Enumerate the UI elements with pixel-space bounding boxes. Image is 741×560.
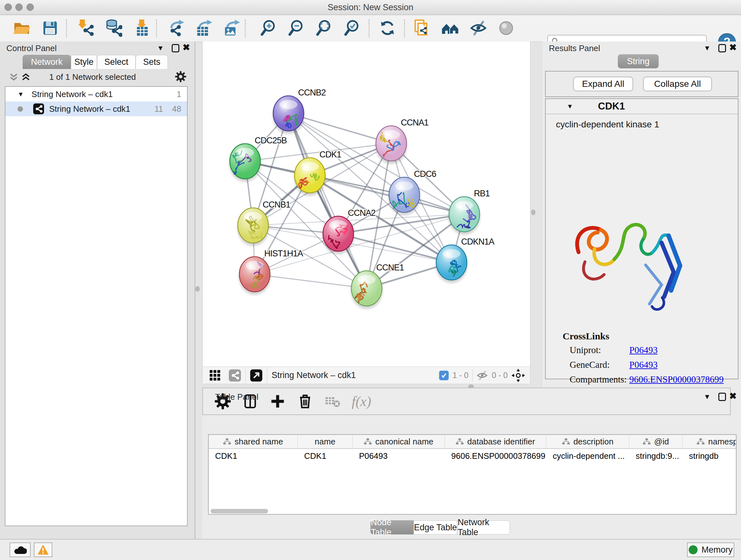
network-node-CCNA1[interactable]: CCNA1 [376, 118, 428, 164]
network-node-CDKN1A[interactable]: CDKN1A [436, 237, 495, 283]
control-panel-menu-icon[interactable]: ▼ [157, 44, 164, 52]
hidden-eye-slash-icon[interactable] [476, 370, 488, 381]
network-node-CCNB1[interactable]: CCNB1 [238, 200, 290, 246]
import-table-button[interactable] [132, 18, 151, 38]
pan-crosshair-icon[interactable] [512, 369, 525, 382]
crosslink-value-link[interactable]: P06493 [629, 345, 658, 355]
tab-sets[interactable]: Sets [136, 55, 168, 69]
column-header-description[interactable]: description [546, 435, 629, 448]
string-home-button[interactable] [441, 18, 460, 38]
network-edge-CCNB2-CCNA1[interactable] [288, 113, 391, 143]
main-toolbar: ? [0, 15, 741, 42]
collection-count: 1 [177, 89, 181, 99]
net-toolbar-separator [246, 367, 246, 384]
memory-button[interactable]: Memory [687, 543, 734, 557]
expand-all-icon[interactable] [21, 72, 30, 82]
cell-shared-name[interactable]: CDK1 [209, 451, 298, 461]
cell-description[interactable]: cyclin-dependent ... [546, 451, 629, 461]
open-session-button[interactable] [12, 18, 31, 38]
network-node-CCNB2[interactable]: CCNB2 [273, 88, 326, 133]
control-panel-float-icon[interactable] [172, 44, 179, 52]
current-network-name: String Network – cdk1 [272, 370, 356, 380]
cell-database-identifier[interactable]: 9606.ENSP00000378699 [445, 451, 546, 461]
left-splitter-handle[interactable] [195, 286, 200, 292]
tab-string-results[interactable]: String [618, 54, 659, 68]
network-collection-row[interactable]: ▼ String Network – cdk1 1 [5, 87, 187, 102]
export-table-button[interactable] [193, 18, 213, 38]
tab-style[interactable]: Style [71, 55, 97, 69]
expand-all-button[interactable]: Expand All [573, 77, 633, 91]
table-panel-close-icon[interactable]: ✖ [729, 392, 737, 400]
network-options-gear-icon[interactable] [175, 71, 186, 82]
zoom-fit-button[interactable] [314, 18, 333, 38]
tab-node-table[interactable]: Node Table [370, 520, 414, 535]
zoom-out-button[interactable] [286, 18, 306, 38]
open-in-browser-icon[interactable] [250, 369, 262, 381]
cell-name[interactable]: CDK1 [298, 451, 353, 461]
column-header-canonical-name[interactable]: canonical name [353, 435, 445, 448]
column-header-name[interactable]: name [298, 435, 353, 448]
tab-edge-table[interactable]: Edge Table [414, 520, 457, 535]
tab-select[interactable]: Select [97, 55, 136, 69]
zoom-in-button[interactable] [258, 18, 278, 38]
column-header-shared-name[interactable]: shared name [209, 435, 298, 448]
houses-icon [441, 19, 459, 37]
network-node-CCNE1[interactable]: CCNE1 [351, 263, 404, 308]
network-node-HIST1H1A[interactable]: HIST1H1A [239, 249, 303, 294]
table-toolbar: f(x) [202, 388, 731, 415]
collapse-all-button[interactable]: Collapse All [643, 77, 712, 91]
cell-canonical-name[interactable]: P06493 [353, 451, 445, 461]
network-node-CDC6[interactable]: CDC6 [389, 169, 436, 215]
delete-column-icon[interactable] [297, 393, 313, 410]
tree-caret-icon[interactable]: ▼ [17, 91, 24, 98]
crosslinks-heading: CrossLinks [562, 331, 609, 341]
export-network-button[interactable] [166, 18, 186, 38]
create-column-icon[interactable] [269, 393, 286, 410]
save-session-button[interactable] [40, 18, 60, 38]
tab-network-table[interactable]: Network Table [457, 520, 510, 535]
column-header-namespace[interactable]: namespace [683, 435, 737, 448]
column-header--id[interactable]: @id [629, 435, 683, 448]
show-glass-button[interactable] [496, 18, 516, 38]
table-horizontal-scrollbar[interactable] [211, 509, 268, 513]
gene-collapse-icon[interactable]: ▼ [567, 103, 573, 110]
column-header-database-identifier[interactable]: database identifier [445, 435, 546, 448]
results-panel-menu-icon[interactable]: ▼ [704, 44, 711, 52]
zoom-selected-button[interactable] [342, 18, 361, 38]
network-row-selected[interactable]: String Network – cdk1 11 48 [5, 102, 187, 116]
network-node-RB1[interactable]: RB1 [449, 189, 490, 234]
warning-button[interactable] [34, 543, 52, 557]
cloud-button[interactable] [10, 543, 30, 557]
import-network-button[interactable] [76, 18, 96, 38]
collapse-all-icon[interactable] [9, 72, 18, 82]
selected-node-edge-counts: 1 - 0 [453, 371, 468, 380]
node-table[interactable]: shared namenamecanonical namedatabase id… [208, 434, 737, 515]
selected-checkbox-icon[interactable] [439, 371, 449, 380]
birdseye-grid-icon[interactable] [209, 369, 221, 381]
import-network-from-database-button[interactable] [104, 18, 123, 38]
crosslink-value-link[interactable]: P06493 [629, 360, 658, 370]
apply-layout-button[interactable] [378, 18, 397, 38]
cell--id[interactable]: stringdb:9... [629, 451, 683, 461]
table-panel-menu-icon[interactable]: ▼ [704, 393, 711, 401]
table-data-row[interactable]: CDK1CDK1P064939606.ENSP00000378699cyclin… [209, 449, 736, 463]
results-panel-close-icon[interactable]: ✖ [729, 44, 737, 52]
control-panel-close-icon[interactable]: ✖ [183, 44, 190, 52]
crosslink-value-link[interactable]: 9606.ENSP00000378699 [629, 374, 724, 385]
network-edge-CCNE1-HIST1H1A[interactable] [255, 274, 367, 288]
clone-network-button[interactable] [412, 18, 432, 38]
cell-namespace[interactable]: stringdb [683, 451, 737, 461]
results-panel-float-icon[interactable] [718, 44, 726, 52]
node-label-CDC6: CDC6 [414, 169, 436, 179]
export-image-button[interactable] [221, 18, 241, 38]
string-style-icon[interactable] [229, 369, 241, 381]
network-canvas[interactable]: CCNB2CCNA1CDC25BCDK1CDC6RB1CCNB1CCNA2CDK… [203, 42, 531, 367]
network-view[interactable]: CCNB2CCNA1CDC25BCDK1CDC6RB1CCNB1CCNA2CDK… [202, 42, 530, 367]
table-panel-float-icon[interactable] [718, 393, 726, 401]
tab-network[interactable]: Network [23, 55, 71, 69]
network-edge-CCNE1-CCNB2[interactable] [288, 113, 367, 288]
hide-glass-button[interactable] [468, 18, 488, 38]
right-splitter-handle[interactable] [531, 209, 536, 215]
gene-header[interactable]: ▼ CDK1 [546, 99, 738, 114]
network-node-CDK1[interactable]: CDK1 [294, 150, 341, 195]
